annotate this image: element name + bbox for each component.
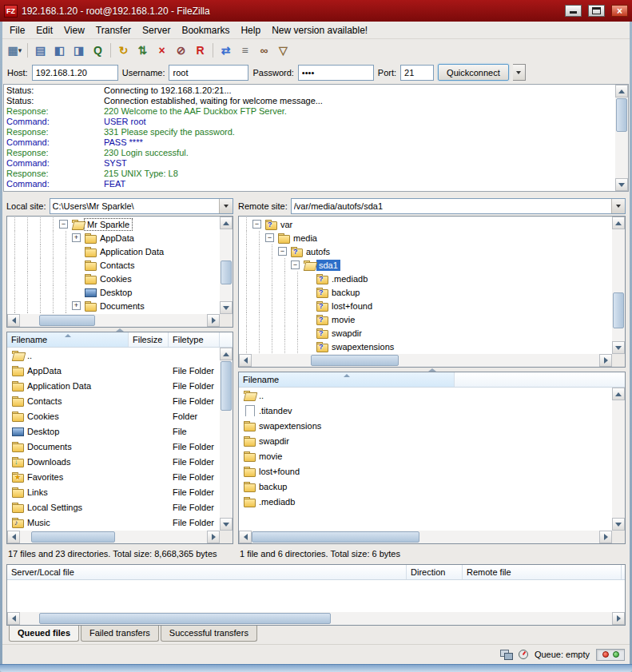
log-splitter[interactable] bbox=[2, 192, 630, 197]
scrollbar-thumb[interactable] bbox=[252, 531, 419, 543]
scroll-right-button[interactable] bbox=[207, 314, 220, 327]
local-file-row[interactable]: Local SettingsFile Folder bbox=[8, 499, 219, 515]
scroll-left-button[interactable] bbox=[239, 531, 252, 543]
host-input[interactable] bbox=[32, 65, 118, 81]
find-files-button[interactable]: ∞ bbox=[255, 41, 273, 59]
local-file-row[interactable]: LinksFile Folder bbox=[8, 484, 219, 499]
queue-horizontal-scrollbar[interactable] bbox=[7, 612, 625, 625]
local-column-header-filename[interactable]: Filename bbox=[7, 332, 129, 347]
tab-successful-transfers[interactable]: Successful transfers bbox=[161, 626, 257, 642]
remote-tree-item-movie[interactable]: ?movie bbox=[240, 312, 611, 326]
local-file-row[interactable]: Application DataFile Folder bbox=[8, 378, 219, 393]
scroll-up-button[interactable] bbox=[615, 85, 628, 97]
local-tree-item-downloads[interactable]: ↓Downloads bbox=[8, 312, 219, 313]
remote-tree-vertical-scrollbar[interactable] bbox=[612, 217, 625, 354]
scrollbar-thumb[interactable] bbox=[221, 361, 232, 411]
toggle-remote-tree-button[interactable]: ◨ bbox=[70, 41, 88, 59]
local-site-combo[interactable] bbox=[50, 198, 233, 214]
remote-file-row[interactable]: .mediadb bbox=[240, 494, 611, 509]
local-file-row[interactable]: DesktopFile bbox=[8, 423, 219, 439]
close-button[interactable] bbox=[611, 5, 628, 17]
local-tree-horizontal-scrollbar[interactable] bbox=[7, 314, 220, 327]
remote-tree-item-var[interactable]: −?var bbox=[240, 217, 611, 231]
collapse-icon[interactable]: − bbox=[265, 233, 274, 242]
scroll-up-button[interactable] bbox=[612, 388, 625, 400]
remote-tree-item-swapextensions[interactable]: ?swapextensions bbox=[240, 340, 611, 353]
menu-new-version-available[interactable]: New version available! bbox=[266, 22, 373, 38]
directory-comparison-button[interactable]: ≡ bbox=[236, 41, 254, 59]
password-input[interactable] bbox=[298, 65, 374, 81]
local-file-row[interactable]: ContactsFile Folder bbox=[8, 393, 219, 408]
scrollbar-thumb[interactable] bbox=[311, 355, 399, 366]
menu-transfer[interactable]: Transfer bbox=[90, 22, 137, 38]
local-tree-vertical-scrollbar[interactable] bbox=[220, 217, 233, 314]
scroll-right-button[interactable] bbox=[207, 531, 220, 543]
port-input[interactable] bbox=[400, 65, 434, 81]
tab-failed-transfers[interactable]: Failed transfers bbox=[81, 626, 159, 642]
remote-tree-item-mediadb[interactable]: ?.mediadb bbox=[240, 272, 611, 285]
queue-body[interactable] bbox=[8, 580, 624, 611]
remote-tree-item-autofs[interactable]: −?autofs bbox=[240, 245, 611, 258]
remote-tree-item-swapdir[interactable]: ?swapdir bbox=[240, 326, 611, 340]
remote-site-combo[interactable] bbox=[291, 198, 626, 214]
menu-bookmarks[interactable]: Bookmarks bbox=[176, 22, 235, 38]
username-input[interactable] bbox=[169, 65, 248, 81]
local-tree-item-mr-sparkle[interactable]: −Mr Sparkle bbox=[8, 217, 219, 231]
local-file-row[interactable]: .. bbox=[8, 348, 219, 363]
tab-queued-files[interactable]: Queued files bbox=[9, 626, 79, 642]
filter-button[interactable]: ▽ bbox=[274, 41, 292, 59]
scroll-right-button[interactable] bbox=[599, 531, 612, 543]
quickconnect-button[interactable]: Quickconnect bbox=[438, 64, 509, 81]
local-file-row[interactable]: ↓DownloadsFile Folder bbox=[8, 454, 219, 469]
scroll-up-button[interactable] bbox=[220, 348, 233, 360]
local-file-row[interactable]: CookiesFolder bbox=[8, 408, 219, 423]
remote-list-horizontal-scrollbar[interactable] bbox=[239, 531, 612, 543]
local-file-row[interactable]: ★FavoritesFile Folder bbox=[8, 469, 219, 484]
queue-column-header-remote-file[interactable]: Remote file bbox=[463, 565, 622, 579]
scroll-down-button[interactable] bbox=[220, 518, 233, 531]
collapse-icon[interactable]: − bbox=[252, 220, 261, 229]
titlebar[interactable]: FZ 192.168.1.20 - root@192.168.1.20 - Fi… bbox=[0, 0, 632, 22]
minimize-button[interactable] bbox=[565, 5, 582, 17]
local-tree-item-documents[interactable]: +Documents bbox=[8, 299, 219, 312]
local-tree-item-appdata[interactable]: +AppData bbox=[8, 231, 219, 245]
menu-help[interactable]: Help bbox=[235, 22, 266, 38]
local-file-row[interactable]: DocumentsFile Folder bbox=[8, 439, 219, 454]
local-site-dropdown-button[interactable] bbox=[219, 199, 233, 213]
queue-column-header-direction[interactable]: Direction bbox=[407, 565, 463, 579]
cancel-button[interactable]: × bbox=[153, 41, 171, 59]
scrollbar-thumb[interactable] bbox=[613, 292, 624, 328]
local-tree-item-application-data[interactable]: Application Data bbox=[8, 245, 219, 258]
data-transfer-icon[interactable] bbox=[500, 650, 512, 659]
speed-limit-icon[interactable] bbox=[519, 650, 528, 659]
remote-tree-item-media[interactable]: −media bbox=[240, 231, 611, 245]
process-queue-button[interactable]: ⇅ bbox=[133, 41, 152, 59]
remote-tree-item-sda1[interactable]: −sda1 bbox=[240, 258, 611, 272]
remote-site-input[interactable] bbox=[292, 199, 611, 213]
local-tree-item-cookies[interactable]: Cookies bbox=[8, 272, 219, 285]
site-manager-button[interactable]: ▦ bbox=[6, 41, 24, 59]
remote-site-dropdown-button[interactable] bbox=[611, 199, 625, 213]
collapse-icon[interactable]: − bbox=[59, 220, 68, 229]
scrollbar-thumb[interactable] bbox=[616, 98, 627, 132]
remote-tree-horizontal-scrollbar[interactable] bbox=[239, 354, 612, 367]
remote-file-row[interactable]: swapextensions bbox=[240, 418, 611, 433]
synchronized-browsing-button[interactable]: ⇄ bbox=[217, 41, 235, 59]
remote-file-row[interactable]: swapdir bbox=[240, 433, 611, 448]
refresh-button[interactable]: ↻ bbox=[114, 41, 133, 59]
scrollbar-thumb[interactable] bbox=[221, 260, 232, 284]
menu-server[interactable]: Server bbox=[137, 22, 176, 38]
scroll-up-button[interactable] bbox=[612, 217, 625, 229]
remote-tree-item-lost-found[interactable]: ?lost+found bbox=[240, 299, 611, 312]
local-site-input[interactable] bbox=[50, 199, 219, 213]
local-list-vertical-scrollbar[interactable] bbox=[220, 348, 233, 531]
scroll-left-button[interactable] bbox=[7, 531, 20, 543]
local-list-horizontal-scrollbar[interactable] bbox=[7, 531, 220, 543]
disconnect-button[interactable]: ⊘ bbox=[172, 41, 190, 59]
menu-view[interactable]: View bbox=[58, 22, 90, 38]
scrollbar-thumb[interactable] bbox=[39, 315, 95, 326]
menu-file[interactable]: File bbox=[4, 22, 30, 38]
remote-file-row[interactable]: backup bbox=[240, 479, 611, 494]
collapse-icon[interactable]: − bbox=[278, 247, 287, 256]
menu-edit[interactable]: Edit bbox=[30, 22, 58, 38]
